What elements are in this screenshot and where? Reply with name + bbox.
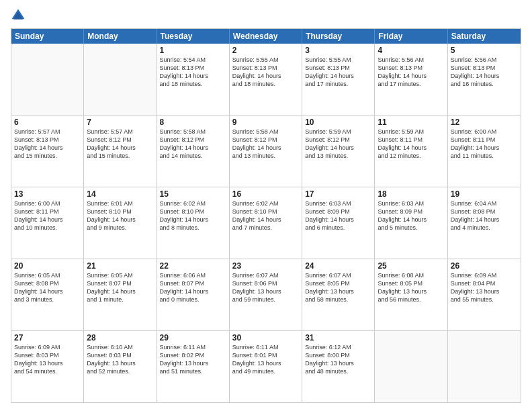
day-number: 1	[160, 46, 226, 55]
day-number: 29	[160, 333, 226, 342]
calendar-row: 1Sunrise: 5:54 AM Sunset: 8:13 PM Daylig…	[11, 44, 521, 115]
calendar-cell: 10Sunrise: 5:59 AM Sunset: 8:12 PM Dayli…	[302, 116, 375, 187]
cell-info: Sunrise: 5:56 AM Sunset: 8:13 PM Dayligh…	[378, 56, 444, 89]
cell-info: Sunrise: 5:59 AM Sunset: 8:12 PM Dayligh…	[305, 128, 371, 161]
calendar-cell: 22Sunrise: 6:06 AM Sunset: 8:07 PM Dayli…	[157, 259, 230, 330]
calendar-cell	[84, 44, 157, 115]
cell-info: Sunrise: 6:02 AM Sunset: 8:10 PM Dayligh…	[160, 199, 226, 232]
calendar-cell: 30Sunrise: 6:11 AM Sunset: 8:01 PM Dayli…	[230, 331, 302, 402]
cell-info: Sunrise: 6:08 AM Sunset: 8:05 PM Dayligh…	[378, 271, 444, 304]
day-number: 9	[232, 118, 299, 127]
calendar-cell: 13Sunrise: 6:00 AM Sunset: 8:11 PM Dayli…	[11, 187, 84, 259]
day-number: 5	[451, 46, 518, 55]
day-number: 4	[378, 46, 444, 55]
calendar-cell: 23Sunrise: 6:07 AM Sunset: 8:06 PM Dayli…	[230, 259, 302, 330]
calendar-cell: 16Sunrise: 6:02 AM Sunset: 8:10 PM Dayli…	[230, 187, 302, 259]
day-number: 13	[14, 189, 81, 199]
cell-info: Sunrise: 6:11 AM Sunset: 8:01 PM Dayligh…	[232, 343, 299, 376]
day-number: 23	[232, 261, 299, 271]
day-number: 10	[305, 118, 371, 127]
cell-info: Sunrise: 6:00 AM Sunset: 8:11 PM Dayligh…	[14, 199, 81, 232]
day-number: 8	[160, 118, 226, 127]
day-number: 24	[305, 261, 371, 271]
cell-info: Sunrise: 6:00 AM Sunset: 8:11 PM Dayligh…	[451, 128, 518, 161]
calendar-cell	[448, 331, 521, 402]
calendar-row: 20Sunrise: 6:05 AM Sunset: 8:08 PM Dayli…	[11, 259, 521, 330]
calendar-cell: 3Sunrise: 5:55 AM Sunset: 8:13 PM Daylig…	[302, 44, 375, 115]
header	[11, 8, 521, 23]
cell-info: Sunrise: 5:57 AM Sunset: 8:13 PM Dayligh…	[14, 128, 81, 161]
calendar-cell: 24Sunrise: 6:07 AM Sunset: 8:05 PM Dayli…	[302, 259, 375, 330]
calendar-cell: 6Sunrise: 5:57 AM Sunset: 8:13 PM Daylig…	[11, 116, 84, 187]
cell-info: Sunrise: 6:09 AM Sunset: 8:03 PM Dayligh…	[14, 343, 81, 376]
calendar-cell: 14Sunrise: 6:01 AM Sunset: 8:10 PM Dayli…	[84, 187, 157, 259]
day-number: 2	[232, 46, 299, 55]
calendar-cell: 9Sunrise: 5:58 AM Sunset: 8:12 PM Daylig…	[230, 116, 302, 187]
calendar-cell: 2Sunrise: 5:55 AM Sunset: 8:13 PM Daylig…	[230, 44, 302, 115]
calendar: SundayMondayTuesdayWednesdayThursdayFrid…	[11, 28, 521, 403]
day-number: 16	[232, 189, 299, 199]
day-number: 11	[378, 118, 444, 127]
cell-info: Sunrise: 6:11 AM Sunset: 8:02 PM Dayligh…	[160, 343, 226, 376]
calendar-cell: 29Sunrise: 6:11 AM Sunset: 8:02 PM Dayli…	[157, 331, 230, 402]
cell-info: Sunrise: 5:59 AM Sunset: 8:11 PM Dayligh…	[378, 128, 444, 161]
day-number: 19	[451, 189, 518, 199]
day-number: 20	[14, 261, 81, 271]
cell-info: Sunrise: 5:57 AM Sunset: 8:12 PM Dayligh…	[87, 128, 153, 161]
calendar-header-cell: Wednesday	[230, 29, 302, 44]
cell-info: Sunrise: 5:55 AM Sunset: 8:13 PM Dayligh…	[305, 56, 371, 89]
day-number: 14	[87, 189, 153, 199]
calendar-cell: 19Sunrise: 6:04 AM Sunset: 8:08 PM Dayli…	[448, 187, 521, 259]
day-number: 12	[451, 118, 518, 127]
calendar-cell: 28Sunrise: 6:10 AM Sunset: 8:03 PM Dayli…	[84, 331, 157, 402]
calendar-cell: 27Sunrise: 6:09 AM Sunset: 8:03 PM Dayli…	[11, 331, 84, 402]
calendar-body: 1Sunrise: 5:54 AM Sunset: 8:13 PM Daylig…	[11, 44, 521, 402]
day-number: 26	[451, 261, 518, 271]
cell-info: Sunrise: 5:56 AM Sunset: 8:13 PM Dayligh…	[451, 56, 518, 89]
calendar-cell: 31Sunrise: 6:12 AM Sunset: 8:00 PM Dayli…	[302, 331, 375, 402]
calendar-cell: 15Sunrise: 6:02 AM Sunset: 8:10 PM Dayli…	[157, 187, 230, 259]
day-number: 31	[305, 333, 371, 342]
day-number: 27	[14, 333, 81, 342]
calendar-header-cell: Friday	[375, 29, 447, 44]
calendar-cell: 5Sunrise: 5:56 AM Sunset: 8:13 PM Daylig…	[448, 44, 521, 115]
calendar-header-cell: Sunday	[11, 29, 84, 44]
calendar-row: 27Sunrise: 6:09 AM Sunset: 8:03 PM Dayli…	[11, 330, 521, 402]
day-number: 15	[160, 189, 226, 199]
calendar-cell: 11Sunrise: 5:59 AM Sunset: 8:11 PM Dayli…	[375, 116, 447, 187]
calendar-cell: 25Sunrise: 6:08 AM Sunset: 8:05 PM Dayli…	[375, 259, 447, 330]
calendar-header-row: SundayMondayTuesdayWednesdayThursdayFrid…	[11, 29, 521, 44]
cell-info: Sunrise: 6:03 AM Sunset: 8:09 PM Dayligh…	[378, 199, 444, 232]
cell-info: Sunrise: 5:58 AM Sunset: 8:12 PM Dayligh…	[232, 128, 299, 161]
cell-info: Sunrise: 6:06 AM Sunset: 8:07 PM Dayligh…	[160, 271, 226, 304]
calendar-cell: 7Sunrise: 5:57 AM Sunset: 8:12 PM Daylig…	[84, 116, 157, 187]
calendar-header-cell: Tuesday	[157, 29, 230, 44]
day-number: 25	[378, 261, 444, 271]
day-number: 21	[87, 261, 153, 271]
cell-info: Sunrise: 6:01 AM Sunset: 8:10 PM Dayligh…	[87, 199, 153, 232]
cell-info: Sunrise: 5:54 AM Sunset: 8:13 PM Dayligh…	[160, 56, 226, 89]
day-number: 3	[305, 46, 371, 55]
calendar-cell: 1Sunrise: 5:54 AM Sunset: 8:13 PM Daylig…	[157, 44, 230, 115]
cell-info: Sunrise: 6:10 AM Sunset: 8:03 PM Dayligh…	[87, 343, 153, 376]
calendar-cell: 8Sunrise: 5:58 AM Sunset: 8:12 PM Daylig…	[157, 116, 230, 187]
day-number: 17	[305, 189, 371, 199]
calendar-row: 13Sunrise: 6:00 AM Sunset: 8:11 PM Dayli…	[11, 187, 521, 259]
calendar-cell: 26Sunrise: 6:09 AM Sunset: 8:04 PM Dayli…	[448, 259, 521, 330]
calendar-cell: 4Sunrise: 5:56 AM Sunset: 8:13 PM Daylig…	[375, 44, 447, 115]
cell-info: Sunrise: 6:07 AM Sunset: 8:06 PM Dayligh…	[232, 271, 299, 304]
calendar-cell: 20Sunrise: 6:05 AM Sunset: 8:08 PM Dayli…	[11, 259, 84, 330]
cell-info: Sunrise: 6:02 AM Sunset: 8:10 PM Dayligh…	[232, 199, 299, 232]
logo	[11, 8, 27, 23]
calendar-cell: 18Sunrise: 6:03 AM Sunset: 8:09 PM Dayli…	[375, 187, 447, 259]
calendar-cell: 12Sunrise: 6:00 AM Sunset: 8:11 PM Dayli…	[448, 116, 521, 187]
cell-info: Sunrise: 6:05 AM Sunset: 8:07 PM Dayligh…	[87, 271, 153, 304]
calendar-row: 6Sunrise: 5:57 AM Sunset: 8:13 PM Daylig…	[11, 115, 521, 187]
cell-info: Sunrise: 6:07 AM Sunset: 8:05 PM Dayligh…	[305, 271, 371, 304]
calendar-cell	[11, 44, 84, 115]
day-number: 28	[87, 333, 153, 342]
calendar-header-cell: Saturday	[448, 29, 521, 44]
cell-info: Sunrise: 6:12 AM Sunset: 8:00 PM Dayligh…	[305, 343, 371, 376]
day-number: 6	[14, 118, 81, 127]
cell-info: Sunrise: 5:58 AM Sunset: 8:12 PM Dayligh…	[160, 128, 226, 161]
